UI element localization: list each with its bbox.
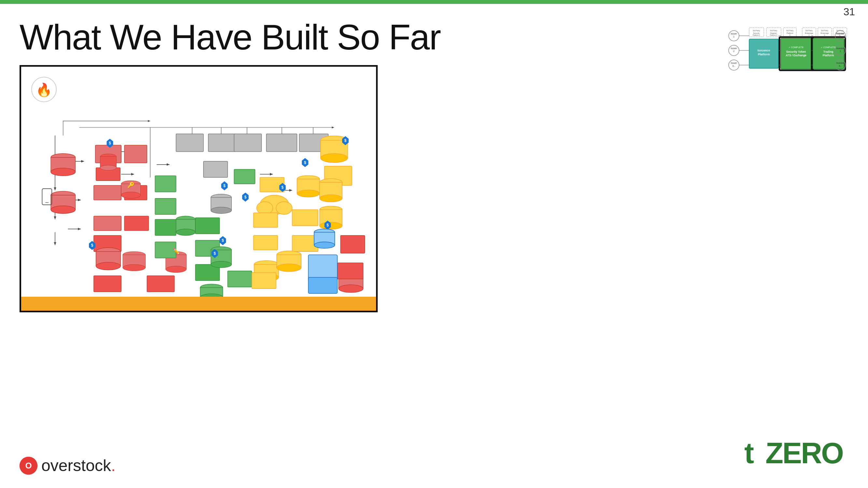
svg-rect-35 xyxy=(94,186,121,200)
svg-text:Investor: Investor xyxy=(836,33,845,35)
overstock-icon: O xyxy=(20,457,37,475)
svg-rect-82 xyxy=(234,169,255,184)
svg-text:$: $ xyxy=(223,184,226,188)
svg-text:$: $ xyxy=(327,223,329,227)
mini-diagram: Issuer 1 Issuer 2 Issuer 3... 3rd Party … xyxy=(725,26,848,98)
svg-text:ZERO: ZERO xyxy=(766,437,843,468)
main-diagram: 🔥 xyxy=(20,65,378,312)
svg-text:Issuer: Issuer xyxy=(731,62,737,64)
svg-rect-61 xyxy=(234,134,261,152)
svg-text:Issuance: Issuance xyxy=(757,49,770,52)
svg-text:3rd Party: 3rd Party xyxy=(786,30,794,32)
tzero-logo: t ZERO xyxy=(744,435,848,475)
svg-text:3rd Party: 3rd Party xyxy=(753,30,760,32)
svg-rect-60 xyxy=(208,134,236,152)
svg-text:Platform 1: Platform 1 xyxy=(753,34,760,36)
svg-point-45 xyxy=(96,262,121,270)
svg-text:1: 1 xyxy=(809,34,810,36)
svg-text:Security Token: Security Token xyxy=(786,50,806,53)
svg-text:$: $ xyxy=(244,195,246,199)
svg-rect-30 xyxy=(124,145,147,163)
svg-text:$: $ xyxy=(214,251,216,256)
svg-point-100 xyxy=(320,195,342,202)
svg-rect-49 xyxy=(94,276,121,292)
svg-point-48 xyxy=(123,264,145,271)
svg-rect-70 xyxy=(155,219,176,235)
svg-text:3rd Party: 3rd Party xyxy=(770,30,777,32)
svg-point-97 xyxy=(276,202,292,215)
svg-rect-115 xyxy=(308,278,337,294)
svg-rect-114 xyxy=(308,255,337,281)
svg-text:Investor: Investor xyxy=(836,47,845,50)
svg-text:✓ COMPLETE: ✓ COMPLETE xyxy=(788,46,804,48)
svg-text:3rd Party: 3rd Party xyxy=(821,30,829,32)
svg-text:✓ COMPLETE: ✓ COMPLETE xyxy=(821,46,836,48)
svg-rect-50 xyxy=(147,276,174,292)
overstock-text: overstock. xyxy=(41,456,116,475)
svg-text:3rd Party: 3rd Party xyxy=(805,30,813,32)
svg-rect-68 xyxy=(155,176,176,192)
svg-text:✏️: ✏️ xyxy=(173,248,180,255)
svg-text:Platform 2: Platform 2 xyxy=(770,34,777,36)
svg-text:Platform: Platform xyxy=(823,54,834,57)
svg-point-112 xyxy=(277,264,301,272)
svg-text:2: 2 xyxy=(840,50,841,53)
svg-point-28 xyxy=(51,206,75,214)
page-number: 31 xyxy=(843,6,855,18)
svg-point-80 xyxy=(211,261,231,268)
svg-text:O: O xyxy=(25,461,32,470)
svg-point-34 xyxy=(100,165,117,170)
svg-text:2: 2 xyxy=(825,34,825,36)
svg-point-57 xyxy=(339,285,363,292)
svg-text:$: $ xyxy=(109,141,111,145)
svg-text:3...: 3... xyxy=(839,65,842,67)
svg-text:🔑: 🔑 xyxy=(127,182,135,189)
svg-text:$: $ xyxy=(344,138,347,143)
svg-text:2: 2 xyxy=(733,50,735,53)
svg-text:3...: 3... xyxy=(732,65,736,67)
svg-point-25 xyxy=(51,168,75,176)
svg-rect-69 xyxy=(155,198,176,215)
svg-text:$: $ xyxy=(91,243,93,248)
svg-text:Issuer: Issuer xyxy=(731,47,737,50)
svg-text:$: $ xyxy=(304,160,306,165)
svg-text:$: $ xyxy=(281,185,284,190)
svg-rect-40 xyxy=(94,216,121,231)
svg-point-39 xyxy=(121,192,140,198)
diagram-svg: $ $ $ $ $ $ $ $ $ xyxy=(21,67,376,311)
diagram-bottom-bar xyxy=(21,301,376,311)
svg-rect-59 xyxy=(176,134,204,152)
svg-text:Issuer: Issuer xyxy=(731,33,737,35)
svg-rect-113 xyxy=(252,273,276,289)
svg-rect-75 xyxy=(195,218,219,234)
svg-rect-62 xyxy=(266,134,297,152)
svg-text:Platform: Platform xyxy=(758,53,770,56)
svg-rect-81 xyxy=(227,271,252,287)
slide-title: What We Have Built So Far xyxy=(20,16,440,58)
svg-rect-67 xyxy=(204,161,227,177)
svg-text:3: 3 xyxy=(789,34,790,36)
svg-rect-54 xyxy=(341,235,365,254)
svg-point-118 xyxy=(314,242,335,249)
svg-text:t: t xyxy=(744,437,754,468)
svg-point-53 xyxy=(166,266,186,273)
svg-text:Investor: Investor xyxy=(836,62,845,64)
svg-rect-94 xyxy=(292,209,318,226)
top-bar xyxy=(0,0,868,4)
overstock-logo: O overstock. xyxy=(20,456,116,475)
svg-rect-105 xyxy=(253,235,277,250)
svg-rect-58 xyxy=(337,263,363,279)
svg-text:1: 1 xyxy=(840,35,841,38)
svg-text:1: 1 xyxy=(733,35,735,38)
svg-text:$: $ xyxy=(222,238,224,243)
svg-point-66 xyxy=(211,207,231,214)
svg-point-88 xyxy=(321,154,348,163)
svg-rect-41 xyxy=(124,216,149,231)
svg-point-92 xyxy=(297,190,319,197)
svg-text:Trading: Trading xyxy=(824,50,834,53)
svg-point-96 xyxy=(256,202,273,215)
svg-rect-104 xyxy=(253,213,277,227)
svg-text:ATS / Exchange: ATS / Exchange xyxy=(786,54,806,57)
svg-point-74 xyxy=(176,229,195,235)
